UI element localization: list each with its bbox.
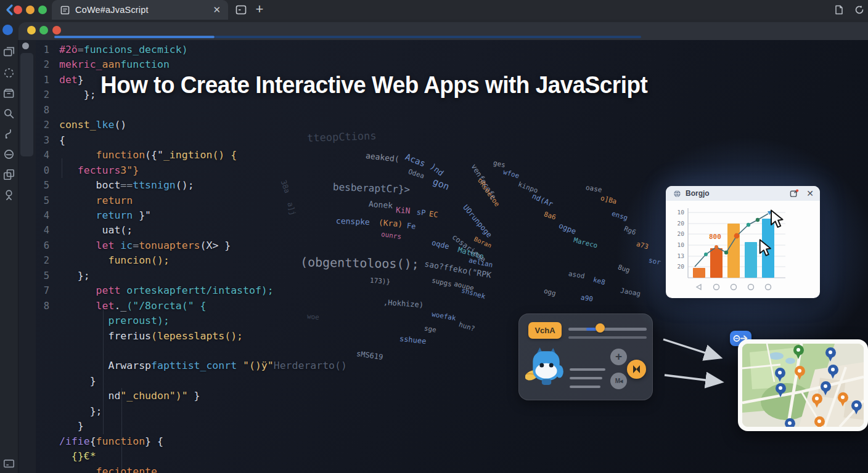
browser-tab[interactable]: CoWe#aJvaScript ✕ — [52, 0, 228, 20]
map-pin-blue[interactable] — [775, 368, 786, 384]
refresh-icon[interactable] — [854, 4, 865, 15]
map-panel[interactable] — [738, 339, 868, 431]
slider-track[interactable] — [568, 328, 647, 331]
map-pin-orange[interactable] — [795, 366, 806, 382]
svg-text:13: 13 — [678, 253, 684, 259]
text-placeholder-line — [570, 377, 602, 379]
popup-title: Borgjo — [686, 189, 710, 198]
progress-line-bright — [54, 36, 215, 38]
traffic-light-green[interactable] — [38, 6, 47, 14]
traffic-light-yellow[interactable] — [26, 6, 35, 14]
popup-header[interactable]: Borgjo ✕ — [666, 186, 820, 201]
m-button[interactable]: M◂ — [610, 373, 627, 389]
bot-mascot — [525, 346, 567, 387]
globe-icon — [673, 190, 681, 198]
svg-text:20: 20 — [678, 220, 685, 227]
breakpoint-dot[interactable] — [22, 42, 29, 49]
chart-popup: Borgjo ✕ 102020101320800 — [666, 186, 820, 298]
tab-title: CoWe#aJvaScript — [75, 5, 149, 15]
map-pin-blue[interactable] — [785, 418, 796, 432]
scrollbar-thumb[interactable] — [20, 53, 33, 156]
map-pin-blue[interactable] — [828, 365, 839, 381]
squares-icon[interactable] — [3, 169, 15, 180]
activity-bar — [0, 40, 18, 473]
traffic-light-red[interactable] — [14, 6, 22, 14]
bowtie-button[interactable] — [627, 360, 646, 379]
text-placeholder-line — [570, 386, 600, 388]
map-pin-orange[interactable] — [838, 392, 849, 408]
split-view-icon[interactable] — [235, 4, 247, 15]
svg-text:800: 800 — [709, 233, 721, 241]
vcha-button[interactable]: VchA — [528, 322, 562, 339]
popup-close-icon[interactable]: ✕ — [806, 189, 814, 198]
curve-note-icon[interactable] — [3, 128, 15, 140]
plus-button[interactable]: + — [610, 349, 627, 365]
archive-icon[interactable] — [3, 87, 15, 99]
svg-text:10: 10 — [678, 241, 685, 248]
app-sphere-icon[interactable] — [2, 25, 13, 35]
file-icon[interactable] — [833, 4, 845, 15]
browser-topbar: CoWe#aJvaScript ✕ + — [0, 0, 868, 20]
new-tab-button[interactable]: + — [253, 1, 266, 17]
windows-icon[interactable] — [3, 46, 15, 58]
svg-text:10: 10 — [678, 209, 685, 216]
map-pin-green[interactable] — [793, 345, 805, 361]
map-pin-blue[interactable] — [825, 347, 837, 363]
map-canvas — [742, 344, 864, 427]
search-icon[interactable] — [3, 108, 15, 119]
terminal-icon[interactable] — [3, 458, 15, 469]
branch-balloon-icon[interactable] — [3, 189, 15, 201]
slider-secondary-line — [568, 336, 647, 339]
slider-knob[interactable] — [596, 323, 605, 333]
page-title: How to Create Interactive Web Apps with … — [100, 72, 647, 99]
tab-close-icon[interactable]: ✕ — [213, 4, 221, 15]
svg-text:20: 20 — [678, 263, 685, 270]
svg-text:20: 20 — [678, 230, 685, 237]
map-pin-blue[interactable] — [851, 400, 862, 416]
widget-panel: VchA + M◂ — [518, 313, 653, 400]
window-traffic-green[interactable] — [39, 26, 48, 34]
tab-favicon-icon — [60, 6, 70, 15]
dashed-circle-icon[interactable] — [3, 67, 15, 79]
bowtie-icon — [627, 360, 646, 379]
popup-chart: 102020101320800 — [666, 201, 820, 298]
window-traffic-red[interactable] — [52, 26, 61, 34]
text-placeholder-line — [570, 368, 605, 371]
slashed-circle-icon[interactable] — [3, 148, 15, 160]
progress-line-dim — [215, 36, 641, 38]
popout-icon[interactable] — [790, 189, 799, 198]
map-pin-blue[interactable] — [776, 383, 787, 399]
window-traffic-yellow[interactable] — [27, 26, 36, 34]
map-pin-orange[interactable] — [814, 416, 825, 432]
map-pin-orange[interactable] — [812, 394, 823, 410]
